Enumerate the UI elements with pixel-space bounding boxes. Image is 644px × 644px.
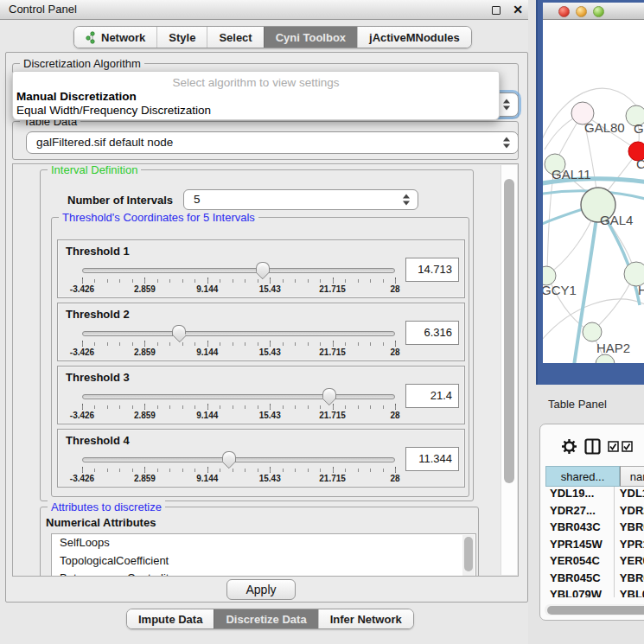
slider-thumb[interactable] (322, 388, 336, 404)
table-row[interactable]: YBR043CYBR0 (545, 520, 644, 538)
numerical-attributes-list[interactable]: SelfLoopsTopologicalCoefficientBetweenne… (51, 533, 476, 577)
slider-track[interactable] (82, 331, 395, 336)
slider-scale-label: 28 (390, 474, 399, 483)
threshold-label: Threshold 3 (66, 371, 130, 384)
bottom-tab-bar: Impute DataDiscretize DataInfer Network (126, 609, 414, 629)
threshold-value-field[interactable]: 14.713 (405, 258, 459, 282)
node-label: HAP2 (596, 341, 630, 355)
tab-cyni-toolbox[interactable]: Cyni Toolbox (264, 27, 357, 48)
vertical-scrollbar[interactable] (501, 165, 517, 575)
cell-shared-name[interactable]: YBL079W (545, 588, 615, 597)
cell-name[interactable]: YBR0 (615, 571, 644, 589)
cell-name[interactable]: YBL0 (615, 588, 644, 597)
tab-infer-network[interactable]: Infer Network (318, 609, 413, 628)
threshold-value-field[interactable]: 11.344 (405, 447, 459, 471)
combo-stepper-icon (503, 99, 510, 111)
scrollbar-thumb[interactable] (547, 606, 644, 615)
cell-shared-name[interactable]: YBR045C (545, 571, 615, 589)
network-window-titlebar (543, 3, 644, 20)
slider-scale-label: 9.144 (196, 474, 218, 483)
cell-shared-name[interactable]: YPR145W (545, 538, 615, 555)
cell-name[interactable]: YER0 (615, 554, 644, 571)
attribute-list-item[interactable]: SelfLoops (52, 534, 475, 552)
table-row[interactable]: YBL079WYBL0 (545, 588, 644, 597)
table-panel: shared... name YDL19...YDL1YDR27...YDR2Y… (539, 424, 644, 621)
scrollbar-thumb[interactable] (464, 537, 473, 571)
list-scrollbar[interactable] (462, 535, 475, 577)
tab-label: Select (219, 31, 252, 44)
slider-track[interactable] (82, 268, 395, 273)
tab-select[interactable]: Select (207, 27, 263, 48)
combo-stepper-icon (503, 137, 510, 149)
attribute-list-item[interactable]: BetweennessCentrality (52, 570, 475, 577)
float-window-icon[interactable] (492, 6, 501, 15)
slider-scale-label: 9.144 (196, 284, 218, 294)
slider-track[interactable] (82, 457, 395, 462)
slider-scale-label: 21.715 (319, 284, 346, 294)
checkbox-icons[interactable] (608, 441, 634, 452)
cell-shared-name[interactable]: YER054C (545, 554, 615, 571)
slider-thumb[interactable] (256, 262, 270, 277)
slider-minor-ticks (82, 279, 396, 283)
horizontal-scrollbar[interactable] (545, 604, 644, 615)
cyni-toolbox-panel: Discretization Algorithm Table Data galF… (5, 52, 528, 603)
tab-discretize-data[interactable]: Discretize Data (214, 609, 317, 628)
dropdown-option[interactable]: Equal Width/Frequency Discretization (13, 104, 499, 118)
tab-style[interactable]: Style (156, 27, 207, 48)
slider-scale-label: -3.426 (70, 411, 94, 420)
zoom-traffic-light-icon[interactable] (593, 6, 604, 17)
scrollbar-thumb[interactable] (504, 179, 514, 483)
network-canvas[interactable]: GAL80 G C GAL11 GAL4 GCY1 H HAP2 (543, 20, 644, 363)
gear-icon[interactable] (561, 438, 577, 455)
slider-thumb[interactable] (172, 325, 186, 341)
control-panel-titlebar: Control Panel ✕ (0, 0, 533, 20)
cell-shared-name[interactable]: YBR043C (545, 520, 615, 538)
cell-name[interactable]: YPR1 (615, 538, 644, 555)
column-header-shared[interactable]: shared... (545, 466, 620, 487)
column-header-name[interactable]: name (620, 466, 644, 487)
tab-label: Style (169, 31, 195, 44)
cell-name[interactable]: YDL1 (615, 487, 644, 504)
table-row[interactable]: YER054CYER0 (545, 554, 644, 571)
algorithm-dropdown-popup: Select algorithm to view settings Manual… (12, 71, 500, 120)
cell-shared-name[interactable]: YDL19... (545, 487, 615, 504)
settings-scroll-viewport: Interval Definition Number of Intervals … (12, 163, 519, 577)
top-tab-bar: NetworkStyleSelectCyni ToolboxjActiveMNo… (73, 26, 472, 48)
cell-name[interactable]: YBR0 (615, 520, 644, 538)
table-data-combobox[interactable]: galFiltered.sif default node (26, 131, 519, 154)
dropdown-option[interactable]: Manual Discretization (13, 90, 499, 104)
attribute-list-item[interactable]: TopologicalCoefficient (52, 552, 475, 571)
threshold-panel: Threshold 4-3.4262.8599.14415.4321.71528… (57, 429, 465, 488)
threshold-panel: Threshold 2-3.4262.8599.14415.4321.71528… (57, 303, 465, 361)
slider-thumb[interactable] (222, 451, 236, 467)
threshold-panel: Threshold 1-3.4262.8599.14415.4321.71528… (57, 239, 465, 298)
cell-shared-name[interactable]: YDR27... (545, 504, 615, 521)
slider-scale-label: 21.715 (319, 411, 346, 420)
table-row[interactable]: YBR045CYBR0 (545, 571, 644, 589)
close-icon[interactable]: ✕ (513, 2, 523, 18)
close-traffic-light-icon[interactable] (558, 6, 570, 17)
number-of-intervals-combobox[interactable]: 5 (183, 189, 418, 210)
cell-name[interactable]: YDR2 (615, 504, 644, 521)
slider-scale-label: 28 (390, 411, 399, 420)
table-row[interactable]: YDL19...YDL1 (545, 487, 644, 504)
table-row[interactable]: YDR27...YDR2 (545, 504, 644, 521)
split-columns-icon[interactable] (584, 438, 601, 455)
network-view-window: GAL80 G C GAL11 GAL4 GCY1 H HAP2 (536, 0, 644, 385)
slider-track[interactable] (82, 394, 395, 399)
threshold-value-field[interactable]: 21.4 (405, 384, 459, 408)
tab-network[interactable]: Network (74, 27, 156, 48)
slider-scale-label: -3.426 (70, 348, 94, 357)
number-of-intervals-value: 5 (194, 190, 397, 209)
table-row[interactable]: YPR145WYPR1 (545, 538, 644, 555)
minimize-traffic-light-icon[interactable] (576, 6, 587, 17)
panel-title: Control Panel (9, 0, 77, 19)
threshold-value-field[interactable]: 6.316 (405, 321, 459, 345)
dropdown-prompt-item[interactable]: Select algorithm to view settings (13, 72, 499, 90)
tab-impute-data[interactable]: Impute Data (127, 609, 214, 628)
slider-scale-label: 28 (390, 284, 399, 294)
slider-scale-label: 9.144 (196, 348, 218, 357)
apply-button[interactable]: Apply (226, 579, 296, 600)
node-hap2 (583, 322, 602, 341)
tab-jactivemnodules[interactable]: jActiveMNodules (357, 27, 471, 48)
